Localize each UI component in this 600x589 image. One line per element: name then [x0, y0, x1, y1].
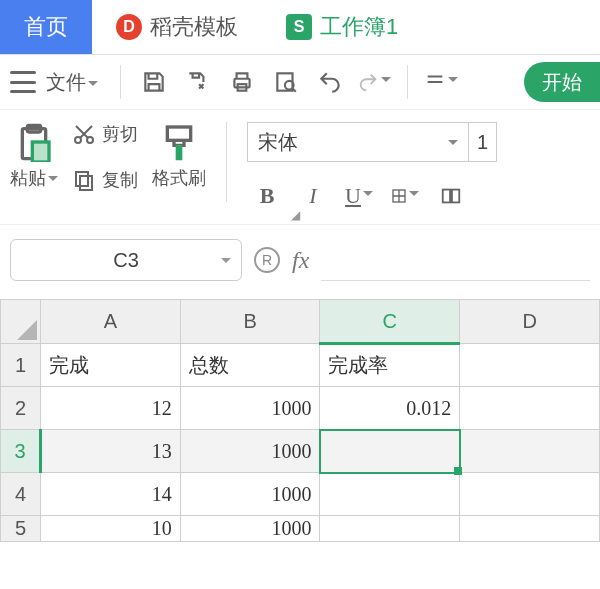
separator	[120, 65, 121, 99]
format-painter-button[interactable]: 格式刷	[152, 122, 206, 190]
svg-rect-11	[167, 127, 190, 140]
preview-button[interactable]	[269, 65, 303, 99]
name-box-value: C3	[113, 249, 139, 272]
cell-C3[interactable]	[320, 430, 460, 473]
format-painter-label: 格式刷	[152, 166, 206, 190]
row-4[interactable]: 4	[1, 473, 41, 516]
tab-template[interactable]: D 稻壳模板	[92, 0, 262, 54]
row-3[interactable]: 3	[1, 430, 41, 473]
tab-home[interactable]: 首页	[0, 0, 92, 54]
cell-C2[interactable]: 0.012	[320, 387, 460, 430]
cell-A1[interactable]: 完成	[40, 344, 180, 387]
overflow-button[interactable]	[424, 65, 458, 99]
more-format-button[interactable]	[437, 182, 465, 210]
cell-B5[interactable]: 1000	[180, 516, 320, 542]
start-label: 开始	[542, 69, 582, 96]
cell-D5[interactable]	[460, 516, 600, 542]
app-tabs: 首页 D 稻壳模板 S 工作簿1	[0, 0, 600, 55]
tab-workbook-label: 工作簿1	[320, 12, 398, 42]
formula-bar: C3 R fx	[0, 225, 600, 285]
ribbon-start-tab[interactable]: 开始	[524, 62, 600, 102]
cell-B3[interactable]: 1000	[180, 430, 320, 473]
print-button[interactable]	[225, 65, 259, 99]
col-A[interactable]: A	[40, 300, 180, 344]
svg-rect-9	[76, 172, 88, 186]
tab-template-label: 稻壳模板	[150, 12, 238, 42]
cell-A5[interactable]: 10	[40, 516, 180, 542]
tab-home-label: 首页	[24, 12, 68, 42]
cell-B1[interactable]: 总数	[180, 344, 320, 387]
chevron-down-icon	[221, 258, 231, 268]
tab-workbook[interactable]: S 工作簿1	[262, 0, 422, 54]
col-D[interactable]: D	[460, 300, 600, 344]
cell-C1[interactable]: 完成率	[320, 344, 460, 387]
workbook-icon: S	[286, 14, 312, 40]
chevron-down-icon	[448, 140, 458, 150]
border-button[interactable]	[391, 182, 419, 210]
font-family-value: 宋体	[258, 129, 298, 156]
save-button[interactable]	[137, 65, 171, 99]
row-1[interactable]: 1	[1, 344, 41, 387]
paste-label: 粘贴	[10, 166, 58, 190]
underline-button[interactable]: U	[345, 182, 373, 210]
col-B[interactable]: B	[180, 300, 320, 344]
svg-rect-6	[32, 142, 49, 162]
quick-toolbar: 文件 开始	[0, 55, 600, 110]
cell-A2[interactable]: 12	[40, 387, 180, 430]
template-icon: D	[116, 14, 142, 40]
cell-D3[interactable]	[460, 430, 600, 473]
copy-label: 复制	[102, 168, 138, 192]
copy-button[interactable]: 复制	[72, 168, 138, 192]
bold-button[interactable]: B	[253, 182, 281, 210]
svg-rect-13	[443, 190, 450, 203]
select-all-corner[interactable]	[1, 300, 41, 344]
save-as-button[interactable]	[181, 65, 215, 99]
separator	[407, 65, 408, 99]
formula-input[interactable]	[321, 240, 590, 281]
cut-label: 剪切	[102, 122, 138, 146]
cell-C4[interactable]	[320, 473, 460, 516]
name-box[interactable]: C3	[10, 239, 242, 281]
trace-icon[interactable]: R	[254, 247, 280, 273]
cell-D1[interactable]	[460, 344, 600, 387]
col-C[interactable]: C	[320, 300, 460, 344]
ribbon-launcher-icon[interactable]: ◢	[291, 208, 300, 222]
file-menu[interactable]: 文件	[46, 69, 98, 96]
cell-B4[interactable]: 1000	[180, 473, 320, 516]
cell-B2[interactable]: 1000	[180, 387, 320, 430]
svg-rect-10	[80, 176, 92, 190]
cell-D2[interactable]	[460, 387, 600, 430]
italic-button[interactable]: I	[299, 182, 327, 210]
undo-button[interactable]	[313, 65, 347, 99]
cell-C5[interactable]	[320, 516, 460, 542]
spreadsheet: A B C D 1 完成 总数 完成率 2 12 1000 0.012 3 13…	[0, 299, 600, 542]
cell-D4[interactable]	[460, 473, 600, 516]
cell-A4[interactable]: 14	[40, 473, 180, 516]
svg-rect-14	[452, 190, 459, 203]
row-5[interactable]: 5	[1, 516, 41, 542]
font-size-value: 1	[477, 131, 488, 154]
redo-button[interactable]	[357, 65, 391, 99]
fx-icon[interactable]: fx	[292, 247, 309, 274]
cell-A3[interactable]: 13	[40, 430, 180, 473]
font-family-select[interactable]: 宋体	[247, 122, 469, 162]
font-size-select[interactable]: 1	[469, 122, 497, 162]
paste-button[interactable]: 粘贴	[10, 122, 58, 190]
menu-icon[interactable]	[10, 71, 36, 93]
separator	[226, 122, 227, 202]
cut-button[interactable]: 剪切	[72, 122, 138, 146]
row-2[interactable]: 2	[1, 387, 41, 430]
ribbon: 粘贴 剪切 复制 格式刷 宋体 1 B I	[0, 110, 600, 225]
